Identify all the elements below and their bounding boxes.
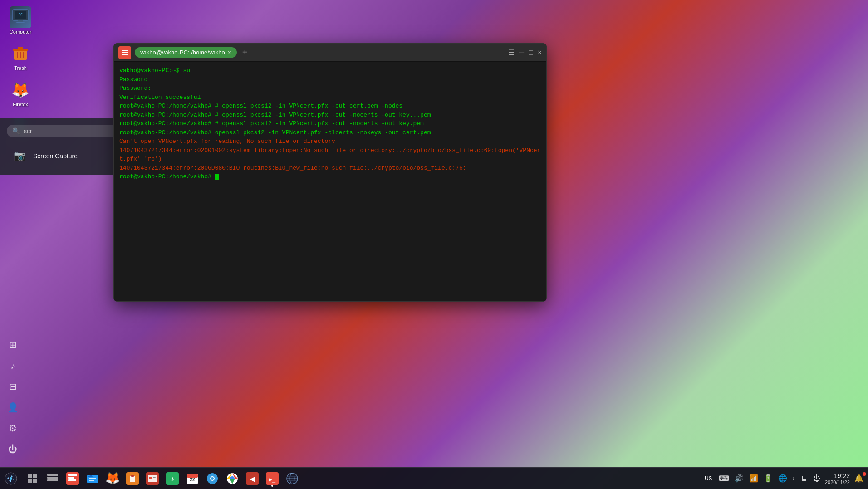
trash-label: Trash — [14, 65, 27, 71]
taskbar-apps: 🦊 — [24, 469, 301, 488]
taskbar-app-panel[interactable] — [44, 469, 62, 488]
term-line-3: Password: — [119, 84, 541, 93]
expand-icon[interactable]: › — [792, 474, 796, 483]
terminal-add-tab-button[interactable]: + — [240, 47, 250, 58]
taskbar-app-redash[interactable] — [64, 469, 82, 488]
taskbar-app-bag[interactable] — [123, 469, 142, 488]
term-line-5: root@vakho-PC:/home/vakho# # openssl pkc… — [119, 102, 541, 111]
terminal-hamburger-button[interactable]: ☰ — [508, 48, 515, 57]
term-line-6: root@vakho-PC:/home/vakho# # openssl pkc… — [119, 111, 541, 120]
wifi-icon[interactable]: 📶 — [748, 474, 759, 483]
svg-rect-26 — [28, 479, 32, 483]
screen-capture-icon: 📷 — [11, 148, 28, 164]
search-icon: 🔍 — [12, 127, 20, 135]
taskbar-app-red[interactable]: ◀ — [243, 469, 261, 488]
desktop-icon-computer[interactable]: PC Computer — [5, 5, 36, 36]
settings-circle-icon[interactable]: ⚙ — [5, 420, 21, 436]
svg-rect-25 — [33, 474, 37, 478]
terminal-titlebar: vakho@vakho-PC: /home/vakho × + ☰ ─ □ × — [114, 44, 546, 62]
grid-icon[interactable]: ⊞ — [5, 337, 21, 353]
terminal-menu-button[interactable] — [118, 46, 131, 59]
svg-rect-33 — [68, 477, 74, 479]
svg-text:PC: PC — [18, 13, 23, 17]
firefox-label: Firefox — [13, 102, 28, 107]
terminal-tab-close-button[interactable]: × — [228, 49, 231, 56]
bell-icon: 🔔 — [853, 474, 864, 482]
taskbar-app-overview[interactable] — [24, 469, 42, 488]
svg-rect-36 — [89, 478, 96, 479]
svg-rect-6 — [13, 49, 28, 51]
network-icon[interactable]: 🌐 — [777, 474, 788, 483]
term-line-4: Verification successful — [119, 93, 541, 102]
clock[interactable]: 19:22 2020/11/22 — [825, 472, 850, 485]
taskbar-start-button[interactable] — [2, 469, 20, 488]
computer-icon: PC — [10, 6, 31, 28]
svg-rect-39 — [130, 476, 135, 482]
volume-icon[interactable]: 🔊 — [734, 474, 745, 483]
power-circle-icon[interactable]: ⏻ — [5, 441, 21, 457]
locale-indicator[interactable]: US — [703, 474, 714, 483]
term-line-10: 140710437217344:error:02001002:system li… — [119, 146, 541, 164]
term-line-2: Password — [119, 75, 541, 84]
terminal-window-controls: ☰ ─ □ × — [508, 48, 542, 57]
svg-rect-21 — [122, 54, 128, 55]
svg-rect-7 — [18, 47, 23, 49]
table-icon[interactable]: ⊟ — [5, 378, 21, 395]
svg-point-23 — [10, 477, 12, 480]
taskbar-app-terminal[interactable]: ▶_ — [263, 469, 281, 488]
taskbar-app-firefox[interactable]: 🦊 — [103, 469, 122, 488]
taskbar-app-music[interactable]: ♪ — [163, 469, 181, 488]
desktop: PC Computer Trash 🦊 Firefox — [0, 0, 868, 489]
svg-rect-3 — [16, 22, 25, 23]
taskbar-app-settings[interactable] — [203, 469, 221, 488]
svg-rect-28 — [47, 474, 58, 476]
taskbar: 🦊 — [0, 467, 868, 489]
terminal-body[interactable]: vakho@vakho-PC:~$ su Password Password: … — [114, 62, 546, 301]
svg-rect-27 — [33, 479, 37, 483]
desktop-icon-firefox[interactable]: 🦊 Firefox — [5, 77, 36, 109]
taskbar-app-files-blue[interactable] — [83, 469, 102, 488]
term-line-1: vakho@vakho-PC:~$ su — [119, 66, 541, 75]
taskbar-app-finder[interactable] — [143, 469, 162, 488]
clock-time: 19:22 — [834, 472, 850, 479]
taskbar-app-globe[interactable] — [283, 469, 301, 488]
svg-text:◀: ◀ — [250, 475, 255, 483]
keyboard-icon[interactable]: ⌨ — [718, 474, 730, 483]
svg-rect-45 — [153, 479, 155, 479]
clock-date: 2020/11/22 — [825, 479, 850, 485]
taskbar-right: US ⌨ 🔊 📶 🔋 🌐 › 🖥 ⏻ 19:22 2020/11/22 🔔 — [703, 472, 868, 485]
power-icon[interactable]: ⏻ — [812, 474, 821, 483]
desktop-icon-trash[interactable]: Trash — [5, 41, 36, 73]
notification-badge — [863, 472, 866, 476]
music-icon[interactable]: ♪ — [5, 357, 21, 374]
svg-text:▶_: ▶_ — [269, 476, 276, 483]
battery-icon[interactable]: 🔋 — [763, 474, 774, 483]
svg-rect-30 — [47, 479, 58, 481]
svg-text:♪: ♪ — [171, 475, 174, 483]
svg-rect-20 — [122, 52, 128, 53]
terminal-minimize-button[interactable]: ─ — [519, 48, 524, 57]
svg-rect-2 — [18, 20, 23, 22]
svg-rect-34 — [68, 479, 76, 481]
bottom-left-icons: ⊞ ♪ ⊟ 👤 ⚙ ⏻ — [0, 332, 25, 462]
svg-rect-24 — [28, 474, 32, 478]
term-line-12: root@vakho-PC:/home/vakho# — [119, 172, 541, 181]
user-icon[interactable]: 👤 — [5, 399, 21, 416]
display-icon[interactable]: 🖥 — [799, 474, 809, 483]
notification-bell[interactable]: 🔔 — [853, 474, 864, 483]
taskbar-app-calendar[interactable]: 22 — [183, 469, 201, 488]
svg-rect-40 — [131, 475, 134, 477]
taskbar-app-chrome[interactable] — [223, 469, 241, 488]
svg-rect-44 — [153, 477, 156, 478]
computer-label: Computer — [10, 29, 31, 34]
terminal-maximize-button[interactable]: □ — [529, 48, 533, 57]
terminal-tab[interactable]: vakho@vakho-PC: /home/vakho × — [135, 47, 237, 58]
term-line-9: Can't open VPNcert.pfx for reading, No s… — [119, 137, 541, 146]
svg-point-53 — [211, 477, 214, 480]
svg-rect-29 — [47, 477, 58, 479]
terminal-close-button[interactable]: × — [538, 48, 542, 57]
screen-capture-label: Screen Capture — [33, 152, 78, 160]
term-line-11: 140710437217344:error:2006D080:BIO routi… — [119, 164, 541, 173]
trash-icon — [10, 43, 31, 64]
svg-rect-37 — [89, 480, 94, 481]
